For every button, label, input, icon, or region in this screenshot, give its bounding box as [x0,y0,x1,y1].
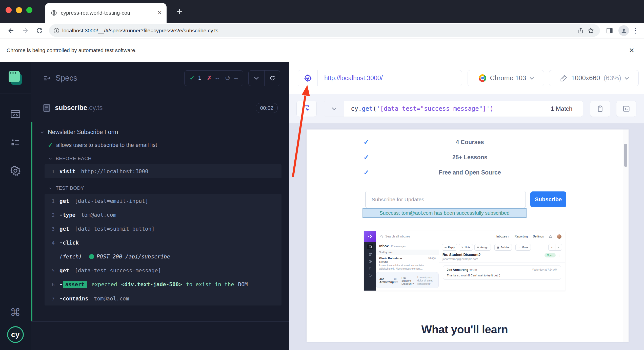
aut-url-group: http://localhost:3000/ [298,70,462,86]
new-tab-button[interactable]: + [174,6,185,18]
profile-avatar[interactable] [618,25,629,36]
pending-icon: ↺ [225,74,231,82]
viewport-select[interactable]: 1000x660 (63%) [549,70,639,86]
passed-spec-indicator [31,122,32,321]
banner-close-icon[interactable]: ✕ [629,47,634,54]
inbox-header: Search all inboxes Inboxes ∨ Reporting S… [364,231,565,242]
contacts-icon[interactable] [369,260,372,263]
check-icon: ✓ [364,138,369,146]
reporter-actions [248,70,280,86]
prev-message-button[interactable]: ∧ [549,244,555,250]
spec-name: subscribe [55,104,87,112]
move-button[interactable]: →Move [515,244,531,251]
specs-title-label: Specs [55,74,77,83]
inbox-search[interactable]: Search all inboxes [376,231,496,242]
detail-menu-icon[interactable]: ⋮ [558,253,561,257]
element-picker-button[interactable] [296,101,317,117]
automation-banner: Chrome is being controlled by automated … [0,38,644,62]
command-row[interactable]: 1 visit http://localhost:3000 [45,164,281,178]
sidebar-item-settings[interactable] [7,163,24,179]
next-message-button[interactable]: ∨ [555,244,562,250]
assert-message: DOM [238,281,248,288]
minimize-window-button[interactable] [16,7,22,13]
selector-playground: cy.get('[data-test="success-message"]') … [289,94,644,123]
aut-url-input[interactable]: http://localhost:3000/ [318,74,462,82]
browser-tab[interactable]: cypress-realworld-testing-cou ✕ [45,3,167,23]
keyboard-shortcuts-icon[interactable]: ⌘ [10,306,21,319]
test-toggle[interactable]: ✓ allows users to subscribe to the email… [48,142,283,149]
status-ok-dot [89,254,94,259]
sort-by-date[interactable]: Sort by date [376,250,439,255]
share-icon[interactable] [576,26,586,36]
globe-favicon-icon [51,10,57,16]
passed-check-icon: ✓ [190,75,194,81]
flag-icon[interactable] [369,267,372,270]
site-info-icon[interactable] [53,27,60,34]
bell-icon[interactable] [549,235,552,238]
assign-button[interactable]: ⊕Assign [474,244,491,251]
test-stats[interactable]: ✓ 1 ✗ -- ↺ -- [184,70,243,86]
zoom-window-button[interactable] [26,7,32,13]
side-panel-icon[interactable] [604,25,615,36]
command-row[interactable]: 5 get [data-test=success-message] [45,264,281,277]
reply-button[interactable]: ↩Reply [442,244,457,251]
user-avatar[interactable] [557,234,561,239]
check-icon: ✓ [364,154,369,161]
collapse-all-button[interactable] [249,71,264,86]
before-each-toggle[interactable]: BEFORE EACH [49,156,283,161]
command-row[interactable]: 2 -type tom@aol.com [45,208,281,222]
note-button[interactable]: ✎Note [459,244,473,251]
sidebar-item-code-window[interactable] [7,106,24,122]
subscribe-email-input[interactable] [365,191,526,208]
scrollbar-thumb[interactable] [624,144,627,167]
selector-code-input[interactable]: cy.get('[data-test="success-message"]') [344,101,540,117]
browser-menu-icon[interactable]: ⋮ [631,26,640,35]
nav-reporting[interactable]: Reporting [515,235,528,238]
bookmark-star-icon[interactable] [586,26,596,36]
forward-icon[interactable] [20,25,31,36]
command-arg: http://localhost:3000 [81,168,148,174]
cypress-logo[interactable]: cy [7,326,24,343]
sidebar-item-runs[interactable] [7,134,24,150]
archive-icon[interactable] [369,253,372,256]
selector-input-group: cy.get('[data-test="success-message"]') … [324,101,583,117]
spec-file-icon [43,104,50,112]
command-row[interactable]: 4 -click [45,236,281,250]
copy-selector-button[interactable] [590,101,610,117]
sidebar-item-specs[interactable] [0,62,31,94]
detail-email: joearmstrong@example.com [442,257,481,260]
reload-icon[interactable] [34,25,45,36]
print-to-console-button[interactable] [616,101,636,117]
close-window-button[interactable] [6,7,12,13]
help-icon[interactable] [369,273,372,277]
status-badge[interactable]: Open [545,253,556,257]
message-row[interactable]: Gloria Robertson1d ago Refund Lorem ipsu… [376,255,439,272]
spec-duration-badge: 00:02 [256,103,278,113]
rerun-tests-button[interactable] [264,71,280,86]
message-row[interactable]: Joe Armstrong1d ago Re: Student Discount… [376,272,439,288]
inbox-icon[interactable] [367,244,373,249]
subscribe-button[interactable]: Subscribe [530,191,566,207]
nav-settings[interactable]: Settings [533,235,544,238]
command-row[interactable]: 1 get [data-test=email-input] [45,194,281,208]
selector-playground-toggle[interactable] [298,70,318,86]
assert-row[interactable]: 6 - assert expected <div.text-jade-500> … [45,277,281,292]
nav-inboxes[interactable]: Inboxes ∨ [496,235,510,238]
network-event-row[interactable]: (fetch) POST 200 /api/subscribe [45,250,281,264]
archive-button[interactable]: ▣Archive [494,244,512,251]
selector-method-dropdown[interactable] [324,101,344,117]
command-arg: [data-test=submit-button] [75,226,155,232]
suite-toggle[interactable]: Newsletter Subscribe Form [40,129,283,136]
browser-select[interactable]: Chrome 103 [468,70,544,86]
url-text[interactable]: localhost:3000/__/#/specs/runner?file=cy… [62,28,576,34]
tab-close-icon[interactable]: ✕ [157,10,162,16]
feature-list: ✓ 4 Courses ✓ 25+ Lessons ✓ Free and Ope… [307,135,575,180]
command-row[interactable]: 7 -contains tom@aol.com [45,292,281,305]
test-results: Newsletter Subscribe Form ✓ allows users… [31,122,289,350]
test-body-toggle[interactable]: TEST BODY [49,185,283,191]
back-icon[interactable] [6,25,17,36]
spec-file-row[interactable]: subscribe.cy.ts 00:02 [31,94,289,122]
address-bar[interactable]: localhost:3000/__/#/specs/runner?file=cy… [49,24,600,37]
specs-title: Specs [43,74,77,83]
command-row[interactable]: 3 get [data-test=submit-button] [45,222,281,236]
